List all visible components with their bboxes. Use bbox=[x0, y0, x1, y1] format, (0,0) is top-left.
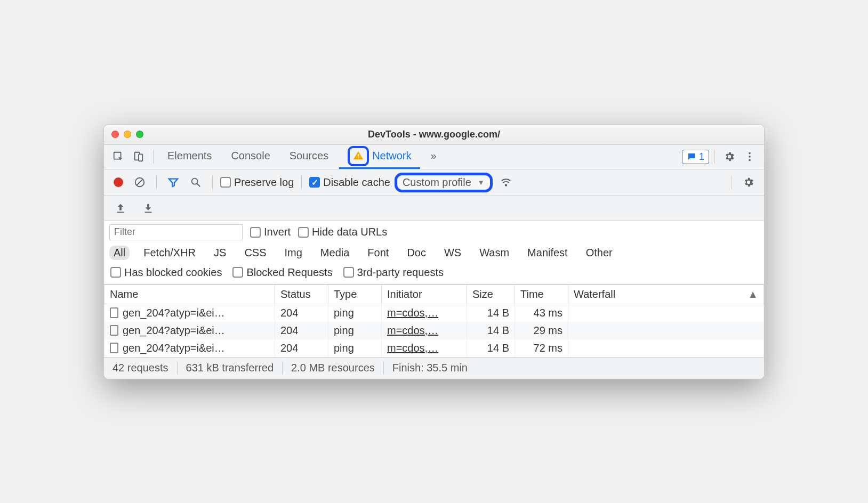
svg-point-5 bbox=[749, 152, 751, 155]
tab-console[interactable]: Console bbox=[222, 144, 278, 169]
issues-count: 1 bbox=[699, 151, 704, 163]
disable-cache-checkbox[interactable]: Disable cache bbox=[309, 176, 390, 189]
cell-waterfall bbox=[568, 339, 764, 357]
upload-har-icon[interactable] bbox=[111, 199, 130, 217]
invert-label: Invert bbox=[264, 226, 291, 238]
col-waterfall[interactable]: Waterfall ▲ bbox=[568, 285, 764, 304]
cell-waterfall bbox=[568, 322, 764, 339]
settings-icon[interactable] bbox=[720, 148, 738, 166]
type-filter-other[interactable]: Other bbox=[582, 246, 617, 260]
type-filter-js[interactable]: JS bbox=[210, 246, 230, 260]
table-row[interactable]: gen_204?atyp=i&ei…204pingm=cdos,…14 B43 … bbox=[105, 304, 764, 322]
type-filter-css[interactable]: CSS bbox=[240, 246, 270, 260]
tab-network-label: Network bbox=[372, 150, 411, 162]
network-toolbar: Preserve log Disable cache Custom profil… bbox=[104, 169, 764, 196]
download-har-icon[interactable] bbox=[139, 199, 157, 217]
kebab-menu-icon[interactable] bbox=[741, 148, 759, 166]
filter-row: Invert Hide data URLs bbox=[104, 221, 764, 244]
type-filter-img[interactable]: Img bbox=[280, 246, 307, 260]
svg-point-7 bbox=[749, 159, 751, 161]
type-filter-manifest[interactable]: Manifest bbox=[523, 246, 572, 260]
import-export-row bbox=[104, 196, 764, 221]
type-filter-ws[interactable]: WS bbox=[440, 246, 465, 260]
divider bbox=[212, 175, 213, 189]
tab-more[interactable]: » bbox=[422, 144, 445, 169]
status-bar: 42 requests 631 kB transferred 2.0 MB re… bbox=[104, 357, 764, 379]
inspect-element-icon[interactable] bbox=[109, 148, 127, 166]
type-filter-font[interactable]: Font bbox=[363, 246, 393, 260]
sort-indicator-icon: ▲ bbox=[748, 288, 758, 301]
hide-data-urls-label: Hide data URLs bbox=[312, 226, 387, 238]
col-status[interactable]: Status bbox=[275, 285, 328, 304]
col-time[interactable]: Time bbox=[515, 285, 568, 304]
cell-waterfall bbox=[568, 304, 764, 322]
type-filter-media[interactable]: Media bbox=[316, 246, 353, 260]
disable-cache-label: Disable cache bbox=[323, 176, 390, 189]
blocked-requests-checkbox[interactable]: Blocked Requests bbox=[232, 266, 332, 279]
cell-initiator: m=cdos,… bbox=[382, 304, 467, 322]
has-blocked-cookies-checkbox[interactable]: Has blocked cookies bbox=[110, 266, 222, 279]
divider bbox=[301, 175, 302, 189]
main-tabbar: Elements Console Sources Network » 1 bbox=[104, 145, 764, 169]
col-initiator[interactable]: Initiator bbox=[382, 285, 467, 304]
warning-icon bbox=[351, 148, 366, 163]
network-settings-icon[interactable] bbox=[740, 173, 758, 191]
col-size[interactable]: Size bbox=[467, 285, 515, 304]
cell-status: 204 bbox=[275, 322, 328, 339]
divider bbox=[156, 175, 157, 189]
col-name[interactable]: Name bbox=[105, 285, 275, 304]
type-filter-doc[interactable]: Doc bbox=[403, 246, 430, 260]
svg-line-9 bbox=[137, 180, 143, 185]
svg-rect-13 bbox=[117, 212, 124, 213]
cell-size: 14 B bbox=[467, 339, 515, 357]
invert-checkbox[interactable]: Invert bbox=[250, 226, 291, 238]
record-button[interactable] bbox=[114, 177, 123, 187]
initiator-link[interactable]: m=cdos,… bbox=[387, 342, 438, 354]
cell-initiator: m=cdos,… bbox=[382, 322, 467, 339]
type-filter-fetchxhr[interactable]: Fetch/XHR bbox=[139, 246, 200, 260]
throttling-dropdown[interactable]: Custom profile ▼ bbox=[395, 173, 493, 192]
svg-point-10 bbox=[192, 179, 198, 184]
throttling-selected: Custom profile bbox=[403, 176, 471, 189]
svg-line-11 bbox=[197, 184, 200, 187]
svg-rect-3 bbox=[358, 154, 359, 157]
type-filter-all[interactable]: All bbox=[109, 246, 130, 260]
tab-network[interactable]: Network bbox=[339, 144, 420, 169]
cell-time: 72 ms bbox=[515, 339, 568, 357]
svg-point-12 bbox=[505, 184, 507, 186]
status-requests: 42 requests bbox=[112, 362, 168, 374]
document-icon bbox=[110, 325, 118, 336]
type-filter-wasm[interactable]: Wasm bbox=[475, 246, 513, 260]
type-filter-row: AllFetch/XHRJSCSSImgMediaFontDocWSWasmMa… bbox=[104, 244, 764, 264]
cell-name: gen_204?atyp=i&ei… bbox=[105, 304, 275, 322]
device-toolbar-icon[interactable] bbox=[130, 148, 148, 166]
tab-elements[interactable]: Elements bbox=[159, 144, 220, 169]
issues-badge[interactable]: 1 bbox=[682, 150, 709, 164]
divider bbox=[153, 150, 154, 164]
svg-rect-2 bbox=[139, 154, 142, 161]
svg-rect-14 bbox=[145, 212, 152, 213]
document-icon bbox=[110, 307, 118, 318]
initiator-link[interactable]: m=cdos,… bbox=[387, 307, 438, 319]
cell-type: ping bbox=[328, 304, 382, 322]
col-type[interactable]: Type bbox=[328, 285, 382, 304]
clear-icon[interactable] bbox=[131, 173, 149, 191]
cell-initiator: m=cdos,… bbox=[382, 339, 467, 357]
status-transferred: 631 kB transferred bbox=[186, 362, 274, 374]
third-party-checkbox[interactable]: 3rd-party requests bbox=[343, 266, 444, 279]
tab-sources[interactable]: Sources bbox=[281, 144, 337, 169]
table-row[interactable]: gen_204?atyp=i&ei…204pingm=cdos,…14 B72 … bbox=[105, 339, 764, 357]
filter-icon[interactable] bbox=[164, 173, 182, 191]
divider bbox=[732, 175, 732, 189]
hide-data-urls-checkbox[interactable]: Hide data URLs bbox=[298, 226, 387, 238]
cell-status: 204 bbox=[275, 339, 328, 357]
network-table: Name Status Type Initiator Size Time Wat… bbox=[104, 285, 764, 357]
table-row[interactable]: gen_204?atyp=i&ei…204pingm=cdos,…14 B29 … bbox=[105, 322, 764, 339]
initiator-link[interactable]: m=cdos,… bbox=[387, 324, 438, 336]
network-warning-highlight bbox=[348, 146, 369, 166]
network-conditions-icon[interactable] bbox=[497, 173, 515, 191]
search-icon[interactable] bbox=[187, 173, 205, 191]
preserve-log-checkbox[interactable]: Preserve log bbox=[220, 176, 294, 189]
cell-name: gen_204?atyp=i&ei… bbox=[105, 322, 275, 339]
filter-input[interactable] bbox=[109, 224, 243, 240]
